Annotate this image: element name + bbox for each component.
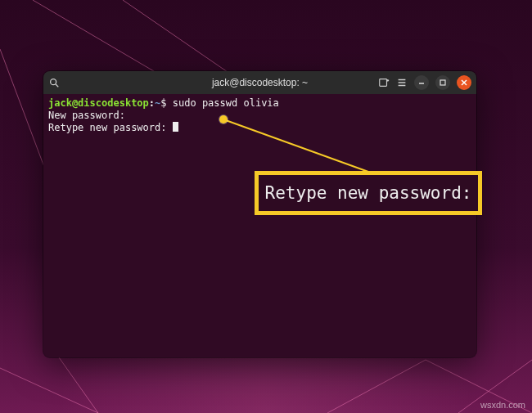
minimize-button[interactable] [414,75,429,90]
maximize-button[interactable] [435,75,450,90]
svg-line-0 [33,0,172,82]
search-icon[interactable] [48,77,60,88]
svg-rect-19 [440,80,445,85]
titlebar[interactable]: jack@discodesktop: ~ [43,71,476,94]
menu-icon[interactable] [396,77,408,88]
terminal-body[interactable]: jack@discodesktop:~$ sudo passwd olivia … [43,94,476,357]
command-text: sudo passwd olivia [173,97,279,109]
svg-line-11 [56,84,59,88]
callout-dot [219,115,228,123]
svg-point-10 [51,79,56,85]
svg-rect-12 [380,79,387,87]
watermark: wsxdn.com [480,400,525,410]
prompt-symbol: $ [160,97,166,109]
cursor [173,122,178,132]
close-button[interactable] [457,75,471,90]
prompt-sep: : [149,97,155,109]
new-tab-icon[interactable] [378,77,390,88]
callout-box: Retype new password: [255,171,482,215]
output-line-2: Retype new password: [48,122,173,133]
callout-text: Retype new password: [265,183,472,203]
output-line-1: New password: [48,110,125,121]
prompt-userhost: jack@discodesktop [48,97,149,109]
svg-line-7 [327,360,426,413]
svg-line-5 [0,368,98,413]
